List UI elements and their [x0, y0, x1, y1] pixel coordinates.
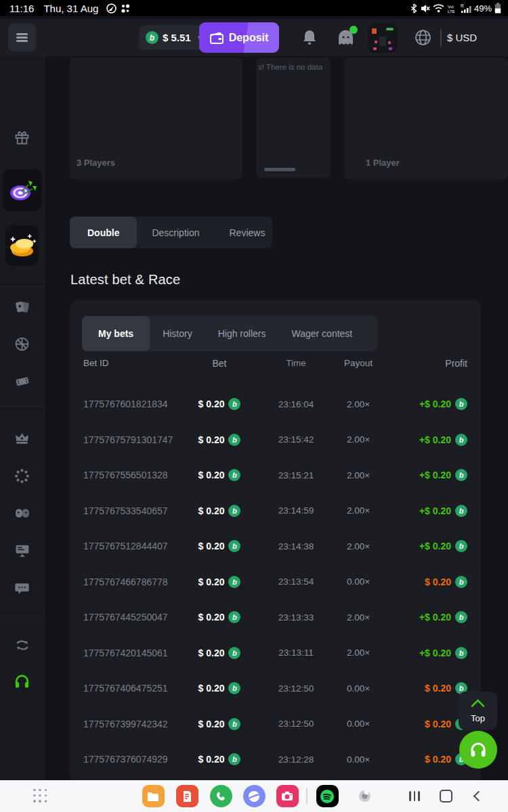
- deposit-button[interactable]: Deposit: [199, 22, 279, 53]
- avatar[interactable]: [368, 23, 398, 53]
- sidebar-item-vip[interactable]: [0, 424, 44, 451]
- no-data-text: s! There is no data: [258, 63, 322, 71]
- crown-icon: [14, 430, 30, 446]
- sidebar-item-rewards[interactable]: [0, 228, 44, 265]
- volte-icon: VoILTE: [447, 3, 458, 14]
- bet-row[interactable]: 17757675791301747 $ 0.20b 23:15:42 2.00×…: [70, 422, 481, 458]
- notifications-button[interactable]: [301, 19, 318, 56]
- tab-my-bets[interactable]: My bets: [82, 316, 150, 351]
- bet-row[interactable]: 1775767601821834 $ 0.20b 23:16:04 2.00× …: [70, 386, 481, 422]
- tab-high-rollers[interactable]: High rollers: [205, 316, 279, 351]
- spotify-app[interactable]: [314, 780, 340, 812]
- bet-amount: $ 0.20: [198, 470, 225, 480]
- sidebar-item-casino[interactable]: [0, 293, 44, 320]
- bluetooth-icon: [410, 3, 417, 14]
- tab-history[interactable]: History: [150, 316, 205, 351]
- basketball-icon: [14, 336, 30, 352]
- svg-text:VoI: VoI: [448, 4, 454, 8]
- bet-payout: 2.00×: [347, 470, 370, 480]
- secondary-app[interactable]: [356, 780, 373, 812]
- deposit-label: Deposit: [229, 32, 269, 44]
- back-button[interactable]: [467, 780, 489, 812]
- sidebar-item-tasks-active[interactable]: [0, 171, 44, 209]
- tab-reviews[interactable]: Reviews: [214, 217, 280, 248]
- recents-button[interactable]: [404, 780, 425, 812]
- bet-payout: 2.00×: [347, 505, 370, 516]
- bet-amount: $ 0.20: [198, 505, 225, 516]
- android-nav-bar: [0, 780, 508, 812]
- bet-amount: $ 0.20: [198, 683, 225, 694]
- coin-icon: b: [228, 682, 240, 694]
- camera-app[interactable]: [275, 780, 299, 812]
- bet-row[interactable]: 1775767533540657 $ 0.20b 23:14:59 2.00× …: [70, 493, 481, 529]
- bet-id: 1775767445250047: [83, 612, 179, 623]
- notes-app-icon: [176, 785, 198, 807]
- bell-icon: [302, 29, 317, 46]
- bets-table-body: 1775767601821834 $ 0.20b 23:16:04 2.00× …: [70, 386, 481, 777]
- game-card-left[interactable]: 3 Players: [70, 58, 242, 179]
- support-fab[interactable]: [459, 731, 497, 769]
- bet-row[interactable]: 1775767556501328 $ 0.20b 23:15:21 2.00× …: [70, 457, 481, 493]
- files-app[interactable]: [141, 780, 165, 812]
- coin-icon: b: [228, 398, 240, 410]
- sidebar-item-fairness[interactable]: [0, 537, 44, 564]
- browser-app[interactable]: [242, 780, 266, 812]
- bet-payout: 2.00×: [347, 648, 370, 658]
- bet-row[interactable]: 1775767512844407 $ 0.20b 23:14:38 2.00× …: [70, 528, 481, 564]
- tab-description[interactable]: Description: [137, 217, 214, 248]
- game-card-middle[interactable]: s! There is no data: [256, 58, 331, 178]
- bet-row[interactable]: 1775767376074929 $ 0.20b 23:12:28 0.00× …: [70, 742, 481, 777]
- currency-selector[interactable]: $ USD: [447, 19, 477, 56]
- bet-row[interactable]: 1775767406475251 $ 0.20b 23:12:50 0.00× …: [70, 671, 481, 706]
- bet-id: 1775767420145061: [83, 648, 179, 658]
- section-title: Latest bet & Race: [70, 272, 180, 288]
- game-card-right[interactable]: 1 Player: [344, 58, 508, 179]
- bet-row[interactable]: 1775767466786778 $ 0.20b 23:13:54 0.00× …: [70, 564, 481, 600]
- apps-grid-icon: [33, 789, 48, 804]
- sidebar-item-swap[interactable]: [0, 631, 44, 658]
- col-bet: Bet: [212, 358, 226, 369]
- status-time: 11:16: [9, 3, 34, 14]
- page-tabs: Double Description Reviews: [70, 217, 272, 248]
- hamburger-icon: [16, 37, 28, 38]
- tab-wager-contest[interactable]: Wager contest: [279, 316, 366, 351]
- sidebar-item-bonus[interactable]: [0, 462, 44, 489]
- menu-button[interactable]: [8, 24, 36, 51]
- gold-coins-icon: [7, 231, 38, 262]
- top-label: Top: [471, 713, 485, 723]
- nav-divider: [306, 788, 308, 805]
- signal-r-icon: R: [461, 3, 471, 14]
- coin-icon: b: [455, 434, 467, 446]
- browser-app-icon: [243, 785, 266, 807]
- bet-payout: 0.00×: [347, 719, 370, 729]
- bet-payout: 2.00×: [347, 399, 370, 409]
- app-screen: 11:16 Thu, 31 Aug VoILTE R 49% b $ 5.51 …: [0, 0, 508, 812]
- bet-payout: 0.00×: [347, 683, 370, 694]
- status-date: Thu, 31 Aug: [43, 3, 98, 14]
- bets-table-header: Bet ID Bet Time Payout Profit: [70, 358, 481, 369]
- sidebar-item-support[interactable]: [0, 667, 44, 696]
- coin-icon: b: [228, 469, 240, 481]
- bet-time: 23:15:42: [278, 434, 314, 445]
- bet-row[interactable]: 1775767399742342 $ 0.20b 23:12:50 0.00× …: [70, 706, 481, 742]
- wallet-icon: [210, 32, 224, 44]
- bet-row[interactable]: 1775767445250047 $ 0.20b 23:13:33 2.00× …: [70, 600, 481, 635]
- home-button[interactable]: [435, 780, 457, 812]
- sidebar-item-gift[interactable]: [0, 124, 44, 151]
- sidebar-item-sports[interactable]: [0, 330, 44, 357]
- apps-grid-button[interactable]: [31, 780, 50, 812]
- bet-id: 1775767601821834: [83, 399, 179, 409]
- casino-cards-icon: [14, 299, 30, 315]
- bet-id: 1775767466786778: [83, 577, 179, 587]
- notes-app[interactable]: [175, 780, 199, 812]
- sidebar-item-forum[interactable]: [0, 574, 44, 602]
- bet-row[interactable]: 1775767420145061 $ 0.20b 23:13:11 2.00× …: [70, 635, 481, 671]
- sidebar-item-refer[interactable]: [0, 499, 44, 526]
- chat-button[interactable]: [336, 19, 355, 56]
- bet-profit: $ 0.20: [425, 577, 451, 587]
- phone-app[interactable]: [209, 780, 233, 812]
- sidebar-item-lottery[interactable]: [0, 367, 44, 394]
- scroll-to-top-button[interactable]: Top: [459, 692, 497, 730]
- language-button[interactable]: [414, 19, 431, 56]
- tab-double[interactable]: Double: [70, 217, 137, 248]
